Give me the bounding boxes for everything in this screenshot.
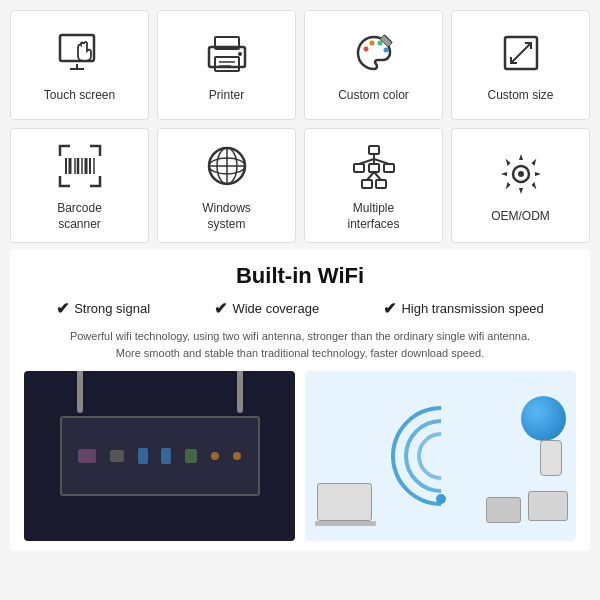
custom-color-icon — [347, 26, 401, 80]
checkmark-icon-2: ✔ — [214, 299, 227, 318]
multiple-interfaces-icon — [347, 139, 401, 193]
antenna-right — [237, 371, 243, 413]
features-grid: Touch screen Printer — [0, 0, 600, 249]
feature-multiple-interfaces: Multiple interfaces — [304, 128, 443, 243]
antenna-left — [77, 371, 83, 413]
tablet-thumbnail — [528, 491, 568, 521]
printer-icon — [200, 26, 254, 80]
wifi-section: Built-in WiFi ✔ Strong signal ✔ Wide cov… — [10, 249, 590, 551]
wifi-feature-label-3: High transmission speed — [401, 301, 543, 316]
svg-line-16 — [511, 43, 531, 63]
svg-rect-35 — [376, 180, 386, 188]
port-usb-2 — [161, 448, 171, 464]
feature-touch-screen: Touch screen — [10, 10, 149, 120]
wifi-feature-wide-coverage: ✔ Wide coverage — [214, 299, 319, 318]
custom-color-label: Custom color — [338, 88, 409, 104]
barcode-scanner-label: Barcode scanner — [57, 201, 102, 232]
svg-rect-6 — [215, 57, 239, 71]
touch-screen-label: Touch screen — [44, 88, 115, 104]
wifi-feature-label-1: Strong signal — [74, 301, 150, 316]
windows-system-icon — [200, 139, 254, 193]
port-usb-1 — [138, 448, 148, 464]
svg-point-10 — [363, 47, 368, 52]
feature-printer: Printer — [157, 10, 296, 120]
wifi-feature-strong-signal: ✔ Strong signal — [56, 299, 150, 318]
feature-windows-system: Windows system — [157, 128, 296, 243]
phone-thumbnail — [540, 440, 562, 476]
svg-line-39 — [367, 172, 374, 180]
port-rj45 — [185, 449, 197, 463]
wifi-description: Powerful wifi technology, using two wifi… — [24, 328, 576, 361]
svg-rect-0 — [60, 35, 94, 61]
svg-point-42 — [518, 171, 524, 177]
device-body — [60, 416, 260, 496]
oem-odm-icon — [494, 147, 548, 201]
custom-size-label: Custom size — [487, 88, 553, 104]
svg-rect-30 — [369, 146, 379, 154]
wifi-feature-high-speed: ✔ High transmission speed — [383, 299, 543, 318]
checkmark-icon-1: ✔ — [56, 299, 69, 318]
svg-point-9 — [238, 52, 242, 56]
touch-screen-icon — [53, 26, 107, 80]
feature-custom-size: Custom size — [451, 10, 590, 120]
oem-odm-label: OEM/ODM — [491, 209, 550, 225]
wifi-images — [24, 371, 576, 541]
wifi-signal-image — [305, 371, 576, 541]
wifi-features-list: ✔ Strong signal ✔ Wide coverage ✔ High t… — [24, 299, 576, 318]
wifi-title: Built-in WiFi — [24, 263, 576, 289]
feature-oem-odm: OEM/ODM — [451, 128, 590, 243]
barcode-scanner-icon — [53, 139, 107, 193]
svg-line-40 — [374, 172, 381, 180]
windows-system-label: Windows system — [202, 201, 251, 232]
globe-decoration — [521, 396, 566, 441]
custom-size-icon — [494, 26, 548, 80]
wifi-feature-label-2: Wide coverage — [232, 301, 319, 316]
feature-custom-color: Custom color — [304, 10, 443, 120]
wifi-dot — [436, 494, 446, 504]
camera-thumbnail — [486, 497, 521, 523]
checkmark-icon-3: ✔ — [383, 299, 396, 318]
laptop-thumbnail — [317, 483, 372, 521]
svg-rect-33 — [384, 164, 394, 172]
wifi-hardware-image — [24, 371, 295, 541]
printer-label: Printer — [209, 88, 244, 104]
svg-rect-31 — [354, 164, 364, 172]
port-audio-2 — [233, 452, 241, 460]
svg-rect-34 — [362, 180, 372, 188]
port-hdmi — [110, 450, 124, 462]
multiple-interfaces-label: Multiple interfaces — [347, 201, 399, 232]
svg-point-13 — [383, 48, 388, 53]
port-audio-1 — [211, 452, 219, 460]
feature-barcode-scanner: Barcode scanner — [10, 128, 149, 243]
wifi-signal-visual — [381, 396, 501, 516]
svg-rect-32 — [369, 164, 379, 172]
svg-point-11 — [369, 41, 374, 46]
port-vga — [78, 449, 96, 463]
